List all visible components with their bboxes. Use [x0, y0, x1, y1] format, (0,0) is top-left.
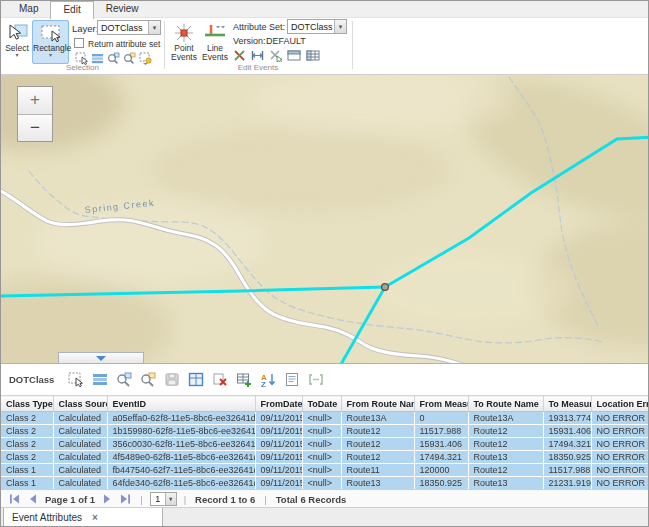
- event-window-icon[interactable]: [287, 49, 301, 62]
- table-cell[interactable]: 09/11/2015: [255, 438, 302, 451]
- zoom-in-button[interactable]: +: [18, 87, 52, 114]
- table-cell[interactable]: 09/11/2015: [255, 451, 302, 464]
- column-header[interactable]: Class Type: [1, 396, 53, 412]
- table-cell[interactable]: fb447540-62f7-11e5-8bc6-ee32641d5ec9: [107, 464, 255, 477]
- table-cell[interactable]: Calculated: [53, 451, 107, 464]
- column-header[interactable]: ToDate: [302, 396, 341, 412]
- table-row[interactable]: Class 2Calculated4f5489e0-62f8-11e5-8bc6…: [1, 451, 649, 464]
- select-features-icon[interactable]: [68, 372, 84, 387]
- table-cell[interactable]: 17494.321: [543, 438, 591, 451]
- table-cell[interactable]: Route13: [468, 451, 543, 464]
- zoom-out-button[interactable]: −: [18, 114, 52, 141]
- table-cell[interactable]: Route12: [341, 451, 414, 464]
- edit-measures-icon[interactable]: [308, 372, 324, 387]
- table-cell[interactable]: 09/11/2015: [255, 425, 302, 438]
- table-cell[interactable]: Route13A: [468, 412, 543, 425]
- table-cell[interactable]: Class 2: [1, 425, 53, 438]
- table-cell[interactable]: NO ERROR: [591, 451, 649, 464]
- table-cell[interactable]: <null>: [302, 477, 341, 490]
- table-row[interactable]: Class 1Calculated64fde340-62f8-11e5-8bc6…: [1, 477, 649, 490]
- tab-review[interactable]: Review: [94, 1, 151, 18]
- point-events-button[interactable]: Point Events: [169, 20, 199, 64]
- table-cell[interactable]: Route12: [468, 425, 543, 438]
- return-attribute-set-checkbox[interactable]: [74, 38, 84, 48]
- table-cell[interactable]: NO ERROR: [591, 464, 649, 477]
- table-cell[interactable]: Class 2: [1, 412, 53, 425]
- table-cell[interactable]: Route12: [468, 464, 543, 477]
- table-row[interactable]: Class 1Calculatedfb447540-62f7-11e5-8bc6…: [1, 464, 649, 477]
- table-row[interactable]: Class 2Calculated356c0030-62f8-11e5-8bc6…: [1, 438, 649, 451]
- rectangle-tool-button[interactable]: Rectangle ▾: [32, 20, 69, 64]
- first-page-button[interactable]: [9, 494, 20, 504]
- append-rows-icon[interactable]: [236, 372, 252, 387]
- close-icon[interactable]: ×: [92, 512, 98, 523]
- table-row[interactable]: Class 2Calculateda05effa0-62f8-11e5-8bc6…: [1, 412, 649, 425]
- table-cell[interactable]: <null>: [302, 425, 341, 438]
- remove-from-selection-icon[interactable]: [212, 372, 228, 387]
- column-header[interactable]: To Measure: [543, 396, 591, 412]
- table-cell[interactable]: <null>: [302, 412, 341, 425]
- table-cell[interactable]: Route13A: [341, 412, 414, 425]
- table-cell[interactable]: 09/11/2015: [255, 412, 302, 425]
- table-cell[interactable]: Route12: [468, 438, 543, 451]
- select-tool-button[interactable]: Select ▾: [3, 20, 31, 64]
- table-cell[interactable]: <null>: [302, 451, 341, 464]
- column-header[interactable]: From Measure: [414, 396, 468, 412]
- previous-page-button[interactable]: [28, 494, 37, 504]
- panel-collapse-tab[interactable]: [58, 352, 144, 363]
- chevron-down-icon[interactable]: ▾: [4, 53, 30, 58]
- table-cell[interactable]: 18350.925: [543, 451, 591, 464]
- table-cell[interactable]: Class 1: [1, 477, 53, 490]
- tab-map[interactable]: Map: [7, 1, 50, 18]
- table-cell[interactable]: NO ERROR: [591, 477, 649, 490]
- event-attributes-tab[interactable]: Event Attributes ×: [3, 508, 163, 527]
- table-cell[interactable]: NO ERROR: [591, 412, 649, 425]
- switch-selection-icon[interactable]: [188, 372, 204, 387]
- table-cell[interactable]: Calculated: [53, 438, 107, 451]
- table-cell[interactable]: 21231.919: [543, 477, 591, 490]
- table-cell[interactable]: 17494.321: [414, 451, 468, 464]
- snap-event-icon[interactable]: [269, 49, 282, 62]
- table-cell[interactable]: Route13: [468, 477, 543, 490]
- table-cell[interactable]: Class 1: [1, 464, 53, 477]
- zoom-to-selection-icon[interactable]: [116, 372, 132, 387]
- split-event-icon[interactable]: [233, 49, 246, 62]
- map-canvas[interactable]: Spring Creek + −: [1, 75, 649, 363]
- attribute-set-dropdown[interactable]: DOTClass ▾: [287, 19, 347, 34]
- last-page-button[interactable]: [120, 494, 131, 504]
- table-cell[interactable]: Class 2: [1, 451, 53, 464]
- table-cell[interactable]: 19313.774: [543, 412, 591, 425]
- show-selected-records-icon[interactable]: [92, 372, 108, 387]
- pan-to-selection-icon[interactable]: [140, 372, 156, 387]
- column-header[interactable]: From Route Name: [341, 396, 414, 412]
- table-cell[interactable]: Class 2: [1, 438, 53, 451]
- table-cell[interactable]: NO ERROR: [591, 425, 649, 438]
- table-cell[interactable]: 15931.406: [414, 438, 468, 451]
- table-cell[interactable]: Calculated: [53, 425, 107, 438]
- table-cell[interactable]: 09/11/2015: [255, 477, 302, 490]
- tab-edit[interactable]: Edit: [50, 1, 93, 19]
- table-cell[interactable]: 09/11/2015: [255, 464, 302, 477]
- open-attributes-form-icon[interactable]: [284, 372, 300, 387]
- chevron-down-icon[interactable]: ▾: [33, 53, 68, 58]
- table-cell[interactable]: Route13: [341, 477, 414, 490]
- column-header[interactable]: Location Error: [591, 396, 649, 412]
- column-header[interactable]: Class Source: [53, 396, 107, 412]
- table-cell[interactable]: 18350.925: [414, 477, 468, 490]
- table-cell[interactable]: NO ERROR: [591, 438, 649, 451]
- next-page-button[interactable]: [103, 494, 112, 504]
- table-cell[interactable]: 356c0030-62f8-11e5-8bc6-ee32641d5ec9: [107, 438, 255, 451]
- event-grid-icon[interactable]: [306, 49, 320, 62]
- table-cell[interactable]: <null>: [302, 464, 341, 477]
- table-cell[interactable]: <null>: [302, 438, 341, 451]
- table-cell[interactable]: Calculated: [53, 464, 107, 477]
- table-cell[interactable]: Route11: [341, 464, 414, 477]
- table-cell[interactable]: 11517.988: [543, 464, 591, 477]
- line-events-button[interactable]: Line Events: [200, 20, 230, 64]
- table-cell[interactable]: 64fde340-62f8-11e5-8bc6-ee32641d5ec9: [107, 477, 255, 490]
- table-cell[interactable]: 11517.988: [414, 425, 468, 438]
- table-cell[interactable]: Route12: [341, 438, 414, 451]
- table-cell[interactable]: 0: [414, 412, 468, 425]
- column-header[interactable]: EventID: [107, 396, 255, 412]
- table-cell[interactable]: a05effa0-62f8-11e5-8bc6-ee32641d5ec9: [107, 412, 255, 425]
